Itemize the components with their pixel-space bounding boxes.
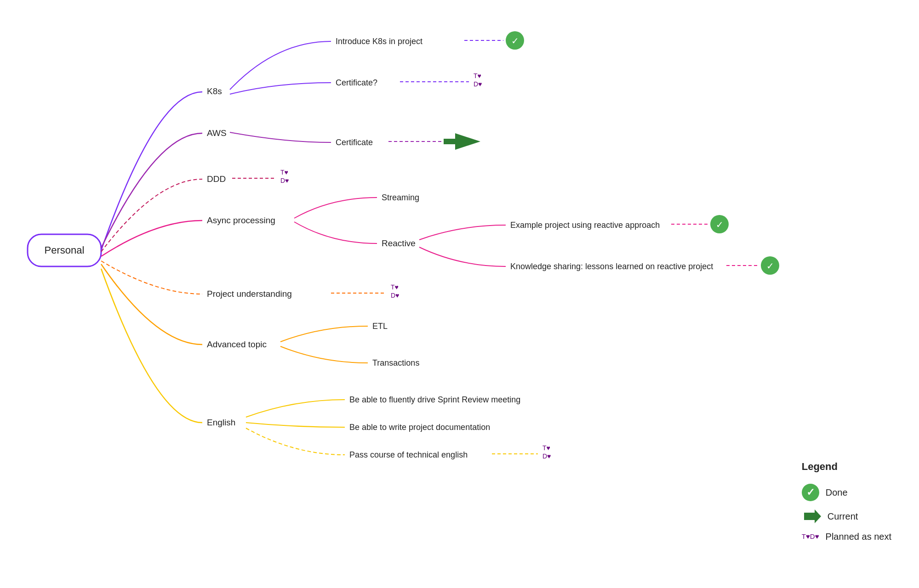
reactive-label: Reactive [382,238,416,248]
certificate-k8s-label: Certificate? [336,78,377,87]
planned-icon: T♥ D♥ [802,533,819,541]
reactive-knowledge-label: Knowledge sharing: lessons learned on re… [510,262,713,271]
current-label: Current [828,511,858,522]
svg-rect-9 [444,139,457,144]
ddd-label: DDD [207,174,226,184]
svg-text:T♥: T♥ [474,72,481,79]
svg-text:T♥: T♥ [280,169,288,176]
legend-done: ✓ Done [802,484,891,501]
svg-marker-8 [455,133,480,150]
svg-text:T♥: T♥ [391,283,399,291]
reactive-example-label: Example project using reactive approach [510,220,660,230]
streaming-label: Streaming [382,193,419,202]
svg-text:✓: ✓ [511,36,519,46]
legend: Legend ✓ Done Current T♥ D♥ Planned as n… [802,461,891,542]
svg-text:D♥: D♥ [391,292,399,299]
aws-certificate-label: Certificate [336,138,373,147]
planned-label: Planned as next [826,531,891,542]
svg-text:D♥: D♥ [542,452,551,460]
root-label: Personal [45,244,85,256]
svg-text:✓: ✓ [716,220,724,230]
aws-label: AWS [207,128,227,138]
english3-label: Pass course of technical english [349,450,468,459]
english2-label: Be able to write project documentation [349,423,490,432]
english-label: English [207,418,235,427]
project-understanding-label: Project understanding [207,289,292,299]
svg-text:✓: ✓ [766,261,774,271]
svg-marker-25 [804,509,821,523]
async-label: Async processing [207,215,275,225]
legend-planned: T♥ D♥ Planned as next [802,531,891,542]
english1-label: Be able to fluently drive Sprint Review … [349,395,520,404]
done-label: Done [826,487,848,498]
etl-label: ETL [372,322,388,331]
transactions-label: Transactions [372,358,419,368]
legend-title: Legend [802,461,891,473]
k8s-label: K8s [207,86,222,96]
done-icon: ✓ [802,484,819,501]
svg-text:T♥: T♥ [542,444,550,452]
svg-text:D♥: D♥ [474,80,482,88]
svg-text:D♥: D♥ [280,177,289,184]
legend-current: Current [802,509,891,523]
advanced-topic-label: Advanced topic [207,339,267,349]
current-icon [802,509,821,523]
introduce-k8s-label: Introduce K8s in project [336,37,422,46]
